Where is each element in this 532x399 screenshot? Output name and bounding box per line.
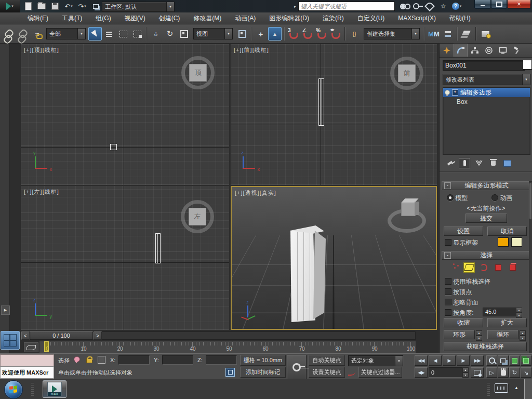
previous-frame-button[interactable]: ◀: [429, 355, 442, 366]
go-to-start-button[interactable]: ◀◀: [415, 355, 428, 366]
menu-views[interactable]: 视图(V): [118, 12, 152, 24]
cage-selected-color-swatch[interactable]: [511, 237, 522, 247]
modifier-list-arrow-icon[interactable]: ▼: [522, 74, 530, 85]
modifier-stack-row-editpoly[interactable]: + 编辑多边形: [443, 88, 530, 97]
show-cage-checkbox-row[interactable]: 显示框架: [445, 238, 478, 247]
spinner-down-icon[interactable]: ▼: [516, 313, 522, 318]
scrollbar-thumb[interactable]: [529, 183, 531, 219]
select-and-manipulate-button[interactable]: +: [254, 27, 268, 41]
viewport-top[interactable]: [+][顶][线框] 顶 y x: [21, 44, 229, 185]
menu-rendering[interactable]: 渲染(R): [316, 12, 351, 24]
box-object-front-face[interactable]: [290, 231, 315, 322]
coordinate-dropdown-arrow-icon[interactable]: ▼: [224, 29, 232, 39]
search-input[interactable]: [298, 2, 395, 11]
remove-modifier-button[interactable]: [488, 158, 498, 168]
key-filters-button[interactable]: 关键点过滤器...: [358, 367, 402, 378]
ignore-backfacing-row[interactable]: 忽略背面: [445, 298, 478, 307]
help-button[interactable]: ?▾: [451, 2, 462, 11]
commit-button[interactable]: 提交: [466, 214, 507, 223]
taskbar-3dsmax-button[interactable]: max: [43, 380, 66, 398]
cancel-button[interactable]: 取消: [487, 227, 527, 236]
new-file-button[interactable]: [23, 2, 33, 11]
loop-button[interactable]: 循环: [487, 330, 518, 339]
project-workspace-button[interactable]: [90, 2, 101, 11]
edge-mode-button[interactable]: [463, 262, 475, 273]
pin-stack-button[interactable]: [445, 158, 455, 168]
communication-center-button[interactable]: [424, 2, 435, 11]
collapse-icon[interactable]: -: [444, 182, 451, 189]
radio-animate[interactable]: 动画: [491, 194, 512, 203]
align-button[interactable]: [441, 27, 455, 41]
close-button[interactable]: ×: [507, 0, 531, 9]
rollout-editpoly-mode-header[interactable]: - 编辑多边形模式: [442, 181, 530, 190]
go-to-end-button[interactable]: ▶▶: [471, 355, 484, 366]
open-file-button[interactable]: [36, 2, 47, 11]
next-frame-slider-button[interactable]: >: [94, 331, 102, 340]
ring-spinner[interactable]: ▲ ▼: [476, 330, 482, 341]
frame-spinner[interactable]: ▲ ▼: [462, 367, 469, 378]
maxscript-mini-listener-white[interactable]: 欢迎使用 MAXScr: [0, 366, 54, 379]
object-color-swatch[interactable]: [523, 60, 532, 70]
select-and-rotate-button[interactable]: ↻: [163, 27, 177, 41]
cage-color-swatch[interactable]: [498, 237, 509, 247]
application-menu-button[interactable]: ▾: [0, 0, 20, 12]
favorites-button[interactable]: ☆: [437, 2, 449, 11]
viewcube[interactable]: 前: [390, 57, 423, 90]
radio-animate-button[interactable]: [491, 194, 498, 201]
play-button[interactable]: ▶: [443, 355, 456, 366]
shrink-button[interactable]: 收缩: [444, 318, 483, 327]
snap-toggle-3d-button[interactable]: 3: [287, 27, 300, 41]
isolate-selection-icon[interactable]: [225, 368, 235, 377]
notification-balloon-icon[interactable]: [74, 356, 80, 362]
z-coordinate-field[interactable]: [206, 355, 237, 365]
expand-strip-button[interactable]: ▶: [1, 305, 10, 315]
show-end-result-button[interactable]: [459, 158, 470, 168]
viewcube[interactable]: 顶: [181, 56, 215, 89]
selection-set-arrow-icon[interactable]: ▼: [411, 29, 419, 39]
maxscript-mini-listener-pink[interactable]: [0, 354, 54, 366]
select-object-button[interactable]: [88, 27, 102, 41]
expand-plus-icon[interactable]: +: [452, 89, 458, 96]
select-by-name-button[interactable]: [102, 27, 116, 41]
viewport-left[interactable]: [+][左][线框] 左 z y: [21, 186, 229, 330]
spinner-down-icon[interactable]: ▼: [476, 336, 482, 341]
visibility-bulb-icon[interactable]: [445, 90, 450, 95]
undo-button[interactable]: ↶▾: [63, 2, 74, 11]
zoom-extents-all-button[interactable]: [521, 355, 531, 366]
tab-create[interactable]: [440, 44, 454, 57]
tab-display[interactable]: [496, 44, 510, 57]
maximize-viewport-toggle-button[interactable]: ↘: [521, 367, 531, 378]
zoom-all-button[interactable]: [498, 355, 509, 366]
box-object-front-view[interactable]: [318, 78, 324, 126]
select-and-scale-button[interactable]: [177, 27, 191, 41]
spinner-snap-button[interactable]: ◀▶: [329, 27, 342, 41]
previous-frame-slider-button[interactable]: <: [21, 331, 30, 340]
rectangular-selection-region-button[interactable]: [116, 27, 130, 41]
border-mode-button[interactable]: [478, 262, 489, 273]
menu-group[interactable]: 组(G): [89, 12, 117, 24]
workspace-dropdown[interactable]: 工作区: 默认 ▼: [102, 2, 175, 12]
settings-button[interactable]: 设置: [444, 227, 483, 236]
auto-key-button[interactable]: 自动关键点: [309, 355, 345, 366]
reference-coordinate-dropdown[interactable]: 视图 ▼: [193, 28, 233, 39]
search-expand-icon[interactable]: ▸: [294, 4, 296, 9]
by-vertex-row[interactable]: 按顶点: [445, 288, 472, 297]
ring-button[interactable]: 环形: [444, 330, 475, 339]
selected-objects-dropdown[interactable]: 选定对象 ▼: [348, 355, 403, 366]
current-frame-field[interactable]: 0: [429, 367, 464, 378]
spinner-up-icon[interactable]: ▲: [516, 308, 522, 313]
set-keys-button[interactable]: [287, 355, 307, 379]
grow-button[interactable]: 扩大: [487, 318, 527, 327]
tab-hierarchy[interactable]: [468, 44, 482, 57]
menu-graph-editors[interactable]: 图形编辑器(D): [262, 12, 316, 24]
radio-model-button[interactable]: [447, 194, 454, 201]
show-cage-checkbox[interactable]: [445, 239, 451, 246]
field-of-view-button[interactable]: ▷: [486, 367, 497, 378]
by-angle-row[interactable]: 按角度:: [445, 309, 474, 317]
add-time-tag-button[interactable]: 添加时间标记: [240, 367, 286, 378]
key-mode-toggle-button[interactable]: ◀▶: [415, 367, 428, 378]
maximize-button[interactable]: [491, 0, 507, 9]
orbit-button[interactable]: ↻: [509, 367, 520, 378]
collapse-icon[interactable]: -: [444, 252, 451, 259]
panel-scrollbar[interactable]: [529, 181, 532, 354]
